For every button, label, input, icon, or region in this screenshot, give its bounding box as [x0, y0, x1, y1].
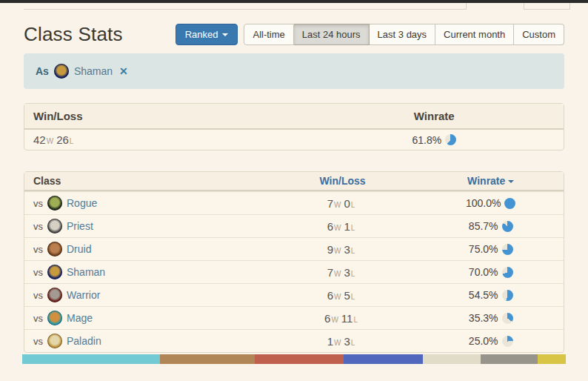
table-row-priest: vsPriest 6W1L 85.7%	[24, 214, 564, 237]
class-link-warrior[interactable]: Warrior	[67, 289, 100, 301]
tab-custom[interactable]: Custom	[514, 24, 564, 45]
shaman-class-icon	[54, 64, 69, 79]
druid-class-icon	[47, 242, 62, 256]
winrate-value: 54.5%	[469, 289, 513, 301]
winrate-pie-icon	[502, 267, 513, 278]
winloss-column-header[interactable]: Win/Loss	[267, 172, 418, 191]
per-class-stats-table: Class Win/Loss Winrate vsRogue 7W0L 100.…	[24, 171, 564, 353]
winrate-value: 85.7%	[469, 220, 513, 232]
remove-filter-icon[interactable]: ✕	[119, 65, 128, 77]
table-row-warrior: vsWarrior 6W5L 54.5%	[24, 283, 564, 306]
overall-winloss-value: 42W26L	[33, 133, 76, 146]
tab-last-3-days[interactable]: Last 3 days	[370, 24, 436, 45]
navbar-remnant-left	[24, 3, 467, 10]
winloss-value: 6W11L	[324, 312, 361, 325]
page-container: Class Stats Ranked All-time Last 24 hour…	[0, 23, 588, 364]
winrate-value: 35.3%	[469, 312, 513, 324]
winrate-pie-icon	[502, 313, 513, 324]
winloss-value: 9W3L	[327, 243, 358, 256]
winrate-pie-icon	[502, 244, 513, 255]
distribution-segment	[22, 354, 160, 364]
mage-class-icon	[47, 311, 62, 325]
table-row-rogue: vsRogue 7W0L 100.0%	[24, 191, 564, 214]
table-row-druid: vsDruid 9W3L 75.0%	[24, 237, 564, 260]
winrate-pie-icon	[445, 134, 456, 145]
distribution-segment	[255, 354, 344, 364]
class-distribution-bar	[22, 354, 566, 364]
winloss-value: 7W0L	[327, 197, 358, 210]
table-row-mage: vsMage 6W11L 35.3%	[24, 306, 564, 329]
winrate-value: 25.0%	[469, 335, 513, 347]
class-link-rogue[interactable]: Rogue	[67, 197, 97, 209]
filter-prefix-label: As	[36, 65, 49, 77]
table-row-shaman: vsShaman 7W3L 70.0%	[24, 260, 564, 283]
winrate-value: 75.0%	[469, 243, 513, 255]
paladin-class-icon	[47, 334, 62, 348]
distribution-segment	[344, 354, 423, 364]
class-link-druid[interactable]: Druid	[67, 243, 91, 255]
page-title: Class Stats	[24, 23, 123, 46]
class-column-header: Class	[24, 172, 267, 191]
summary-row: 42W26L 61.8%	[24, 130, 564, 150]
winrate-pie-icon	[504, 198, 515, 209]
class-link-mage[interactable]: Mage	[67, 312, 93, 324]
winrate-value: 70.0%	[469, 266, 513, 278]
distribution-segment	[160, 354, 255, 364]
winloss-value: 6W1L	[327, 220, 358, 233]
overall-stats-table: Win/Loss Winrate 42W26L 61.8%	[24, 103, 564, 150]
time-filter-group: All-time Last 24 hours Last 3 days Curre…	[244, 24, 564, 45]
ranked-dropdown-label: Ranked	[185, 29, 218, 40]
summary-winrate-header: Winrate	[305, 104, 564, 130]
sort-desc-icon	[508, 180, 514, 183]
chevron-down-icon	[222, 33, 228, 36]
class-link-priest[interactable]: Priest	[67, 220, 93, 232]
distribution-segment	[423, 354, 481, 364]
overall-winrate: 61.8%	[412, 134, 456, 146]
rogue-class-icon	[47, 196, 62, 211]
tab-current-month[interactable]: Current month	[435, 24, 514, 45]
ranked-dropdown-button[interactable]: Ranked	[176, 24, 238, 45]
distribution-segment	[481, 354, 538, 364]
tab-all-time[interactable]: All-time	[244, 24, 293, 45]
shaman-class-icon	[47, 265, 62, 279]
winrate-pie-icon	[502, 221, 513, 232]
winrate-value: 100.0%	[466, 197, 515, 209]
page-header: Class Stats Ranked All-time Last 24 hour…	[24, 23, 564, 46]
winloss-value: 6W5L	[327, 289, 358, 302]
active-filter-panel: As Shaman ✕	[24, 53, 564, 89]
winrate-column-header-sorted[interactable]: Winrate	[418, 172, 564, 191]
tab-last-24-hours[interactable]: Last 24 hours	[294, 24, 370, 45]
filter-class-label: Shaman	[74, 65, 113, 77]
header-controls: Ranked All-time Last 24 hours Last 3 day…	[176, 24, 564, 45]
class-link-paladin[interactable]: Paladin	[67, 335, 101, 347]
table-row-paladin: vsPaladin 1W3L 25.0%	[24, 329, 564, 352]
winloss-value: 1W3L	[327, 335, 358, 348]
warrior-class-icon	[47, 288, 62, 302]
winrate-pie-icon	[502, 336, 513, 347]
distribution-segment	[538, 354, 566, 364]
winloss-value: 7W3L	[327, 266, 358, 279]
priest-class-icon	[47, 219, 62, 233]
navbar-remnant-right	[524, 3, 570, 10]
class-link-shaman[interactable]: Shaman	[67, 266, 105, 278]
summary-winloss-header: Win/Loss	[24, 104, 305, 130]
winrate-pie-icon	[502, 290, 513, 301]
